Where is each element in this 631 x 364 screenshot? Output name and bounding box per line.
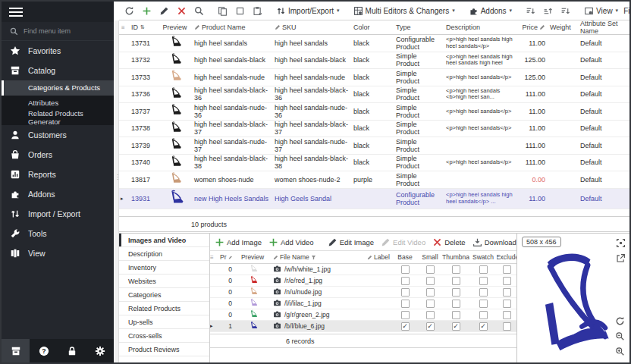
cell-color[interactable]: black <box>351 39 394 47</box>
cell-price[interactable]: 11.00 <box>520 108 548 115</box>
edit-image-button[interactable]: Edit Image <box>326 237 375 248</box>
cell-description[interactable]: <p>high heel sandals high heel sandals</… <box>444 36 520 49</box>
cell-price[interactable]: 0.00 <box>520 176 548 184</box>
cell-type[interactable]: Configurable Product <box>394 36 444 51</box>
cell-price[interactable]: 11.00 <box>520 124 548 132</box>
product-row[interactable]: 13732 high heel sandals-black high heel … <box>119 52 629 70</box>
column-header-product-name[interactable]: Product Name <box>192 24 272 31</box>
thumbnail-checkbox[interactable] <box>442 265 469 274</box>
cell-product-name[interactable]: high heel sandals-black-38 <box>192 155 272 170</box>
product-preview[interactable] <box>158 52 192 68</box>
copy-button[interactable] <box>215 5 230 17</box>
cell-attribute-set[interactable]: Default <box>578 74 629 81</box>
sort-az-button[interactable] <box>523 5 538 17</box>
swatch-checkbox[interactable] <box>469 300 497 308</box>
column-header-file-name[interactable]: File Name <box>271 253 365 261</box>
thumbnail-checkbox[interactable] <box>442 300 469 308</box>
swatch-checkbox[interactable] <box>469 277 497 285</box>
cell-type[interactable]: Simple Product <box>394 104 444 119</box>
cell-price[interactable]: 125.00 <box>520 74 548 81</box>
refresh-button[interactable] <box>122 5 137 17</box>
cell-color[interactable]: black <box>351 90 394 98</box>
product-preview[interactable] <box>158 121 192 136</box>
column-header-swatch[interactable]: Swatch <box>469 253 497 261</box>
cell-product-name[interactable]: high heel sandals-nude-37 <box>192 138 272 153</box>
image-preview[interactable] <box>234 275 271 287</box>
product-preview[interactable] <box>158 189 192 209</box>
cell-price[interactable]: 111.00 <box>520 158 548 166</box>
cell-position[interactable]: 0 <box>218 300 234 307</box>
cell-product-name[interactable]: high heel sandals-nude-36 <box>192 104 272 119</box>
column-header-weight[interactable]: Weight <box>548 24 578 31</box>
column-header-base[interactable]: Base <box>392 253 418 261</box>
product-row[interactable]: 13737 high heel sandals-nude-36 high hee… <box>119 103 629 121</box>
tab-cross-sells[interactable]: Cross-sells <box>119 329 209 343</box>
product-preview[interactable] <box>158 69 192 85</box>
column-header-sku[interactable]: SKU <box>272 24 351 31</box>
cell-file-name[interactable]: /w/h/white_1.jpg <box>271 265 365 275</box>
cell-id[interactable]: 13737 <box>129 108 158 115</box>
sidebar-item-reports[interactable]: Reports <box>2 165 114 184</box>
base-checkbox[interactable] <box>392 288 418 297</box>
sidebar-item-view[interactable]: View <box>2 243 114 263</box>
swatch-checkbox[interactable] <box>469 311 497 319</box>
column-header-type[interactable]: Type <box>394 24 444 31</box>
cell-position[interactable]: 0 <box>218 277 234 284</box>
zoom-out-button[interactable] <box>615 331 625 344</box>
sidebar-item-attributes[interactable]: Attributes <box>2 96 114 111</box>
product-row-selected[interactable]: ▸ 13931 new High Heels Sandals High Geel… <box>119 189 629 209</box>
cell-product-name[interactable]: high heel sandals-black-37 <box>192 121 272 136</box>
cell-color[interactable]: black <box>351 108 394 115</box>
sidebar-item-addons[interactable]: Addons <box>2 184 114 204</box>
cell-id[interactable]: 13731 <box>129 39 158 47</box>
cell-file-name[interactable]: /r/e/red_1.jpg <box>271 276 365 286</box>
add-product-button[interactable] <box>140 5 154 17</box>
base-checkbox[interactable] <box>392 277 418 285</box>
tab-inventory[interactable]: Inventory <box>119 261 209 275</box>
small-checkbox[interactable] <box>418 265 442 274</box>
cell-attribute-set[interactable]: Default <box>578 142 629 149</box>
cell-sku[interactable]: high heel sandals <box>272 39 351 47</box>
product-row[interactable]: 13817 women shoes-nude women shoes-nude-… <box>119 171 629 189</box>
cell-id[interactable]: 13817 <box>129 176 158 184</box>
help-button[interactable] <box>30 339 58 362</box>
image-row[interactable]: 0 /n/u/nude.jpg <box>210 287 516 298</box>
small-checkbox[interactable] <box>418 288 442 297</box>
exclude-checkbox[interactable] <box>497 277 516 285</box>
edit-video-button[interactable]: Edit Video <box>379 237 427 248</box>
column-header-label[interactable]: Label <box>365 253 392 261</box>
tab-categories[interactable]: Categories <box>119 288 209 302</box>
column-header-small[interactable]: Small <box>418 253 442 261</box>
cell-price[interactable]: 111.00 <box>520 90 548 98</box>
product-preview[interactable] <box>158 35 192 51</box>
product-row[interactable]: 13738 high heel sandals-black-37 high he… <box>119 121 629 138</box>
product-preview[interactable] <box>158 86 192 102</box>
exclude-checkbox[interactable] <box>497 322 516 331</box>
search-products-button[interactable] <box>192 5 206 17</box>
addons-menu[interactable]: Addons ▾ <box>466 5 514 17</box>
column-header-description[interactable]: Description <box>444 24 520 31</box>
cell-type[interactable]: Simple Product <box>394 121 444 136</box>
splitter[interactable]: ⋮ <box>114 20 119 362</box>
open-external-button[interactable] <box>616 253 626 266</box>
column-header-thumbnail[interactable]: Thumbna <box>442 253 469 261</box>
swatch-checkbox[interactable] <box>469 288 497 297</box>
cell-color[interactable]: black <box>351 158 394 166</box>
cell-description[interactable]: <p>high heel sandals</p> <box>444 108 520 115</box>
sidebar-item-related-products-generator[interactable]: Related Products Generator <box>2 110 114 125</box>
exclude-checkbox[interactable] <box>497 300 516 308</box>
delete-product-button[interactable] <box>174 5 189 17</box>
product-row[interactable]: 13733 high heel sandals-nude high heel s… <box>119 69 629 86</box>
add-video-button[interactable]: Add Video <box>267 237 316 248</box>
cell-attribute-set[interactable]: Default <box>578 90 629 98</box>
cell-type[interactable]: Simple Product <box>394 138 444 153</box>
cell-id[interactable]: 13931 <box>129 195 158 202</box>
small-checkbox[interactable]: ✓ <box>418 322 442 331</box>
cell-file-name[interactable]: /g/r/green_2.jpg <box>271 310 365 320</box>
cell-price[interactable]: 111.00 <box>520 142 548 149</box>
cell-sku[interactable]: high heel sandals-nude-37 <box>272 138 351 153</box>
import-export-menu[interactable]: Import/Export ▾ <box>274 5 342 17</box>
cell-id[interactable]: 13740 <box>129 158 158 166</box>
sidebar-item-favorites[interactable]: Favorites <box>2 41 114 61</box>
cell-position[interactable]: 0 <box>218 288 234 296</box>
